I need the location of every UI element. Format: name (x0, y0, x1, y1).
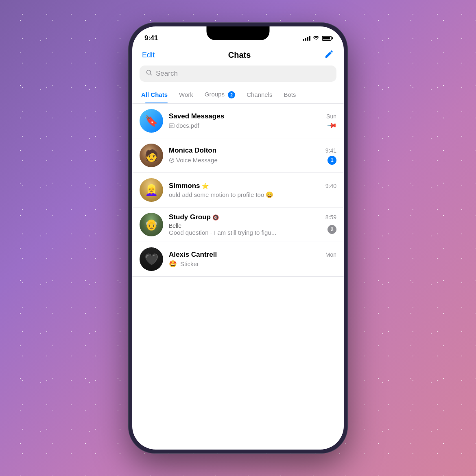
chat-time-study: 8:59 (325, 214, 336, 221)
chat-item-study[interactable]: 👴 Study Group 🔇 8:59 Belle Good question (132, 207, 344, 242)
chat-content-simmons: Simmons ⭐ 9:40 ould add some motion to p… (169, 182, 336, 199)
search-container: Search (132, 66, 344, 87)
chat-content-alexis: Alexis Cantrell Mon 🤩 Sticker (169, 251, 336, 268)
notch (207, 26, 270, 40)
unread-badge-monica: 1 (328, 156, 336, 165)
chat-preview-monica: Voice Message (169, 157, 218, 164)
battery-icon (322, 36, 332, 41)
chat-time-monica: 9:41 (325, 147, 336, 154)
chat-name-saved: Saved Messages (169, 112, 224, 120)
avatar-study: 👴 (140, 213, 163, 236)
search-bar[interactable]: Search (140, 66, 336, 82)
phone-frame: 9:41 (128, 22, 348, 454)
chat-content-study: Study Group 🔇 8:59 Belle Good question -… (169, 213, 336, 236)
chat-content-saved: Saved Messages Sun docs.pdf 📌 (169, 112, 336, 129)
avatar-alexis: 🖤 (140, 247, 163, 271)
groups-badge: 2 (228, 91, 235, 98)
chat-list: 🔖 Saved Messages Sun docs.pdf (132, 104, 344, 450)
pin-icon: 📌 (327, 120, 338, 131)
chat-preview-simmons: ould add some motion to profile too 😄 (169, 191, 273, 199)
avatar-saved: 🔖 (140, 109, 163, 133)
chat-time-simmons: 9:40 (325, 183, 336, 189)
study-sender: Belle (169, 223, 328, 229)
tab-all-chats[interactable]: All Chats (140, 88, 173, 101)
mute-icon: 🔇 (212, 214, 219, 221)
tab-channels[interactable]: Channels (241, 88, 278, 101)
chat-item-saved[interactable]: 🔖 Saved Messages Sun docs.pdf (132, 104, 344, 138)
chat-name-study: Study Group 🔇 (169, 213, 219, 221)
search-icon (146, 70, 153, 78)
chats-header: Edit Chats (132, 46, 344, 66)
chat-name-alexis: Alexis Cantrell (169, 251, 217, 259)
chat-preview-study: Good question - I am still trying to fig… (169, 229, 328, 236)
tab-work[interactable]: Work (173, 88, 199, 101)
tab-bots[interactable]: Bots (278, 88, 302, 101)
signal-icon (303, 36, 310, 41)
star-icon: ⭐ (202, 183, 209, 189)
chat-item-alexis[interactable]: 🖤 Alexis Cantrell Mon 🤩 Sticker (132, 242, 344, 277)
page-title: Chats (228, 50, 251, 60)
search-placeholder: Search (156, 70, 178, 78)
chat-item-simmons[interactable]: 👱‍♀️ Simmons ⭐ 9:40 ould add some motion… (132, 173, 344, 207)
chat-name-simmons: Simmons ⭐ (169, 182, 209, 190)
chat-time-saved: Sun (326, 113, 336, 120)
edit-button[interactable]: Edit (142, 51, 155, 59)
avatar-simmons: 👱‍♀️ (140, 178, 163, 202)
chat-name-monica: Monica Dolton (169, 146, 216, 155)
unread-badge-study: 2 (328, 225, 336, 234)
chat-content-monica: Monica Dolton 9:41 Voice Message 1 (169, 146, 336, 165)
chat-time-alexis: Mon (325, 251, 336, 258)
wifi-icon (313, 35, 319, 41)
status-time: 9:41 (144, 34, 158, 42)
chat-preview-alexis: 🤩 Sticker (169, 260, 199, 268)
status-icons (303, 35, 332, 41)
compose-button[interactable] (324, 49, 334, 61)
avatar-monica: 🧑 (140, 144, 163, 167)
chat-item-monica[interactable]: 🧑 Monica Dolton 9:41 Voice Messag (132, 138, 344, 173)
bookmark-icon: 🔖 (145, 115, 158, 127)
tab-groups[interactable]: Groups 2 (199, 87, 241, 102)
phone-screen: 9:41 (132, 26, 344, 450)
filter-tabs: All Chats Work Groups 2 Channels Bots (132, 87, 344, 104)
chat-preview-saved: docs.pdf (169, 122, 199, 129)
